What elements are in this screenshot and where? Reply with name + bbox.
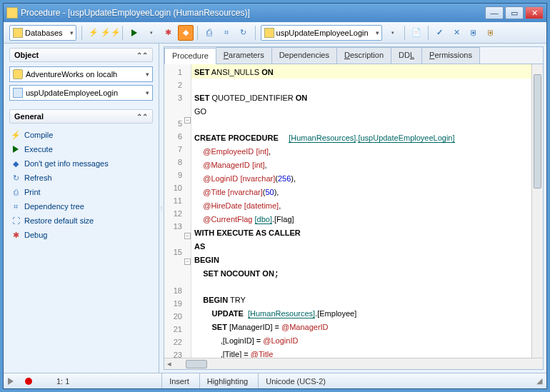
encoding-mode[interactable]: Unicode (UCS-2) xyxy=(258,373,333,388)
print-icon[interactable]: ⎙ xyxy=(201,25,217,41)
dependency-icon[interactable]: ⌗ xyxy=(219,25,234,41)
dependency-tree-link[interactable]: ⌗Dependency tree xyxy=(9,199,153,213)
editor-tabs: Procedure Parameters Dependencies Descri… xyxy=(164,47,543,64)
vertical-scrollbar[interactable] xyxy=(531,64,543,358)
cursor-position: 1: 1 xyxy=(49,373,76,388)
dont-get-info-link[interactable]: ◆Don't get info messages xyxy=(9,156,153,171)
databases-label: Databases xyxy=(25,29,63,37)
editor-pane: Procedure Parameters Dependencies Descri… xyxy=(164,46,544,370)
fold-icon[interactable]: − xyxy=(184,258,191,265)
section-object-header[interactable]: Object⌃⌃ xyxy=(9,48,153,62)
tab-procedure[interactable]: Procedure xyxy=(164,48,216,64)
refresh-icon[interactable]: ↻ xyxy=(236,25,251,41)
compile-icon[interactable]: ⚡ xyxy=(86,25,101,41)
tab-dependencies[interactable]: Dependencies xyxy=(271,47,337,64)
compile-link[interactable]: ⚡Compile xyxy=(9,128,153,142)
resize-grip-icon[interactable]: ◢ xyxy=(536,376,542,386)
maximize-button[interactable]: ▭ xyxy=(505,6,524,19)
databases-dropdown[interactable]: Databases xyxy=(9,25,76,41)
procedure-icon xyxy=(6,7,18,19)
code-editor[interactable]: SET ANSI_NULLS ON SET QUOTED_IDENTIFIER … xyxy=(191,64,531,358)
tab-ddl[interactable]: DDL xyxy=(391,47,422,64)
execute-link[interactable]: Execute xyxy=(9,142,153,156)
close-button[interactable]: ✕ xyxy=(525,6,544,19)
run-dropdown-icon[interactable]: ▾ xyxy=(144,25,159,41)
debug-icon[interactable]: ✱ xyxy=(161,25,176,41)
highlighting-mode[interactable]: Highlighting xyxy=(199,373,255,388)
record-icon[interactable] xyxy=(25,378,32,385)
fold-icon[interactable]: − xyxy=(184,117,191,124)
bookmark1-icon[interactable]: ⛨ xyxy=(466,25,482,41)
cancel-icon[interactable]: ✕ xyxy=(449,25,465,41)
statusbar: 1: 1 Insert Highlighting Unicode (UCS-2)… xyxy=(4,373,546,388)
line-gutter[interactable]: − − − 123 5678910111213 15 181920212223 xyxy=(164,64,191,358)
titlebar[interactable]: Procedure - [uspUpdateEmployeeLogin (Hum… xyxy=(4,4,546,22)
app-window: Procedure - [uspUpdateEmployeeLogin (Hum… xyxy=(3,3,547,389)
prev-dd-icon[interactable]: ▾ xyxy=(385,25,401,41)
minimize-button[interactable]: ― xyxy=(485,6,504,19)
procedure-selector[interactable]: uspUpdateEmployeeLogin xyxy=(9,85,153,101)
tab-description[interactable]: Description xyxy=(336,47,391,64)
info-toggle-icon[interactable]: ◆ xyxy=(178,25,194,41)
procedure-dropdown[interactable]: uspUpdateEmployeeLogin xyxy=(261,25,382,41)
debug-link[interactable]: ✱Debug xyxy=(9,228,153,242)
section-general-header[interactable]: General⌃⌃ xyxy=(9,109,153,124)
insert-mode[interactable]: Insert xyxy=(161,373,196,388)
print-link[interactable]: ⎙Print xyxy=(9,185,153,199)
play-status-icon[interactable] xyxy=(8,378,14,385)
horizontal-scrollbar[interactable]: ◂ xyxy=(164,358,543,369)
refresh-link[interactable]: ↻Refresh xyxy=(9,171,153,185)
collapse-icon[interactable]: ⌃⌃ xyxy=(136,113,148,121)
left-panel: Object⌃⌃ AdventureWorks on localh uspUpd… xyxy=(4,44,159,373)
compile-all-icon[interactable]: ⚡⚡ xyxy=(103,25,119,41)
toolbar: Databases ⚡ ⚡⚡ ▾ ✱ ◆ ⎙ ⌗ ↻ uspUpdateEmpl… xyxy=(4,22,546,44)
database-selector[interactable]: AdventureWorks on localh xyxy=(9,66,153,82)
tab-parameters[interactable]: Parameters xyxy=(216,47,272,64)
procedure-dd-label: uspUpdateEmployeeLogin xyxy=(276,29,369,37)
fold-icon[interactable]: − xyxy=(184,233,191,239)
tab-permissions[interactable]: Permissions xyxy=(421,47,480,64)
bookmark2-icon[interactable]: ⛨ xyxy=(484,25,499,41)
scroll-icon[interactable]: 📄 xyxy=(409,25,424,41)
restore-size-link[interactable]: ⛶Restore default size xyxy=(9,213,153,228)
window-title: Procedure - [uspUpdateEmployeeLogin (Hum… xyxy=(21,8,485,18)
commit-icon[interactable]: ✓ xyxy=(432,25,448,41)
collapse-icon[interactable]: ⌃⌃ xyxy=(136,51,148,59)
run-icon[interactable] xyxy=(126,25,142,41)
